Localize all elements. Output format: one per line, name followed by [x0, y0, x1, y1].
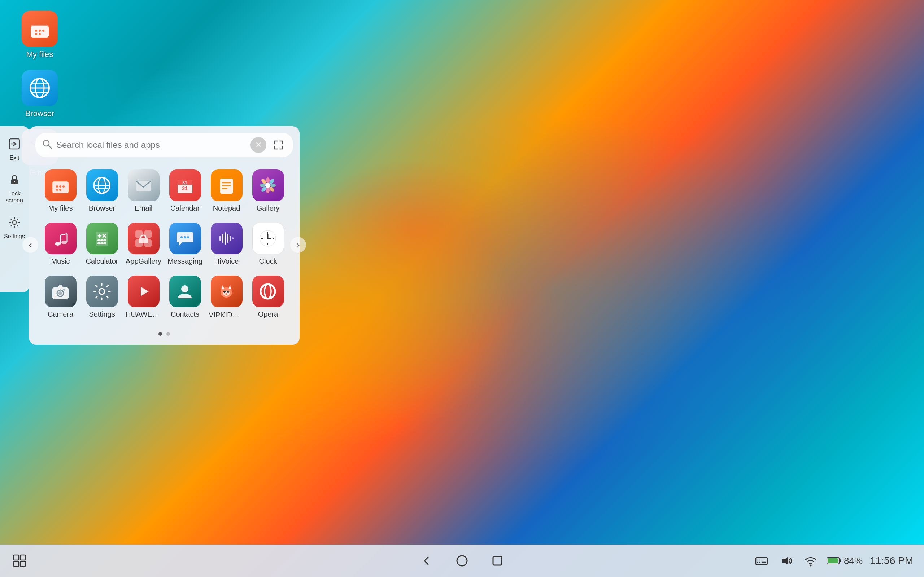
- home-icon: [456, 554, 468, 567]
- wifi-button[interactable]: [802, 552, 819, 569]
- svg-rect-126: [839, 559, 841, 562]
- svg-point-124: [810, 565, 812, 567]
- exit-icon: [8, 138, 21, 153]
- app-messaging[interactable]: Messaging: [164, 218, 206, 271]
- taskbar-center: [418, 552, 506, 569]
- svg-rect-76: [220, 236, 221, 241]
- app-notepad[interactable]: Notepad: [206, 164, 247, 218]
- search-expand-button[interactable]: [271, 137, 287, 153]
- svg-rect-79: [227, 234, 228, 243]
- appgallery-label: AppGallery: [126, 257, 162, 266]
- volume-button[interactable]: [777, 552, 795, 569]
- svg-point-107: [261, 284, 275, 298]
- lockscreen-label: Lock screen: [4, 190, 24, 204]
- svg-point-106: [225, 293, 228, 295]
- svg-point-108: [265, 284, 271, 298]
- browser-icon-svg: [28, 76, 52, 100]
- dot-2: [166, 332, 170, 336]
- app-calendar[interactable]: 31 31 Calendar: [164, 164, 206, 218]
- app-myfiles[interactable]: My files: [40, 164, 81, 218]
- clock-label: Clock: [250, 257, 286, 266]
- app-camera[interactable]: Camera: [40, 271, 81, 325]
- keyboard-button[interactable]: [753, 552, 770, 569]
- svg-point-26: [59, 189, 61, 191]
- app-settings[interactable]: Settings: [81, 271, 123, 325]
- app-music[interactable]: Music: [40, 218, 81, 271]
- svg-point-44: [266, 177, 270, 183]
- app-calculator[interactable]: Calculator: [81, 218, 123, 271]
- email-app-icon: [128, 169, 160, 201]
- svg-point-90: [267, 238, 268, 239]
- app-browser[interactable]: Browser: [81, 164, 123, 218]
- svg-point-93: [58, 292, 62, 295]
- svg-point-113: [457, 556, 467, 566]
- search-input[interactable]: [56, 140, 246, 150]
- app-row-3: Camera Settings: [40, 271, 289, 325]
- svg-point-95: [99, 288, 105, 294]
- svg-rect-81: [232, 237, 234, 239]
- browser-app-icon: [86, 169, 118, 201]
- app-huaweivi[interactable]: HUAWEI Vi...: [123, 271, 164, 325]
- app-contacts[interactable]: Contacts: [164, 271, 206, 325]
- nav-arrow-left[interactable]: ‹: [23, 237, 38, 253]
- sidebar-lockscreen[interactable]: Lock screen: [2, 169, 27, 208]
- messaging-label: Messaging: [167, 257, 203, 266]
- desktop-icon-browser[interactable]: Browser: [3, 66, 76, 122]
- browser-label: Browser: [84, 204, 120, 213]
- app-hivoice[interactable]: HiVoice: [206, 218, 247, 271]
- svg-point-97: [181, 285, 188, 292]
- exit-label: Exit: [10, 154, 19, 161]
- taskbar-clock: 11:56 PM: [870, 555, 913, 567]
- app-opera[interactable]: Opera: [247, 271, 289, 325]
- huaweivi-app-icon: [128, 276, 160, 307]
- svg-text:31: 31: [182, 180, 187, 185]
- svg-rect-64: [100, 239, 103, 241]
- taskbar: 84% 11:56 PM: [0, 545, 924, 577]
- gallery-app-icon: [252, 169, 284, 201]
- multitask-button[interactable]: [11, 552, 28, 569]
- svg-point-17: [14, 181, 15, 182]
- svg-point-94: [63, 288, 65, 291]
- opera-app-icon: [252, 276, 284, 307]
- opera-label: Opera: [250, 310, 286, 318]
- home-button[interactable]: [453, 552, 471, 569]
- desktop-icon-myfiles[interactable]: My files: [3, 7, 76, 63]
- back-icon: [420, 554, 433, 567]
- search-bar: ✕: [36, 133, 293, 157]
- app-grid-wrapper: ‹ › My files: [29, 161, 300, 329]
- recent-icon: [491, 554, 504, 567]
- vipkid-app-icon: [211, 276, 242, 307]
- back-button[interactable]: [418, 552, 435, 569]
- settings-sidebar-icon: [8, 216, 21, 231]
- app-email[interactable]: Email: [123, 164, 164, 218]
- search-clear-button[interactable]: ✕: [250, 137, 267, 153]
- svg-point-24: [63, 185, 65, 187]
- nav-arrow-right[interactable]: ›: [290, 237, 306, 253]
- recent-button[interactable]: [489, 552, 506, 569]
- svg-point-6: [39, 33, 41, 35]
- svg-point-5: [35, 33, 37, 35]
- sidebar-settings[interactable]: Settings: [2, 212, 27, 244]
- svg-line-20: [48, 145, 51, 148]
- camera-app-icon: [45, 276, 76, 307]
- app-vipkid[interactable]: VIPKID学习...: [206, 271, 247, 325]
- gallery-label: Gallery: [250, 204, 286, 213]
- svg-rect-110: [20, 555, 25, 560]
- svg-marker-123: [782, 557, 788, 565]
- battery-container: 84%: [827, 555, 863, 567]
- svg-rect-67: [100, 242, 103, 244]
- app-appgallery[interactable]: AppGallery: [123, 218, 164, 271]
- app-row-1: My files Browser: [40, 164, 289, 218]
- app-clock[interactable]: Clock: [247, 218, 289, 271]
- svg-point-18: [13, 221, 16, 224]
- app-grid: My files Browser: [32, 161, 296, 329]
- app-gallery[interactable]: Gallery: [247, 164, 289, 218]
- wifi-icon: [804, 554, 817, 567]
- svg-text:31: 31: [182, 185, 188, 191]
- svg-point-45: [266, 187, 270, 193]
- sidebar-exit[interactable]: Exit: [2, 134, 27, 166]
- keyboard-icon: [755, 554, 769, 567]
- svg-line-57: [61, 234, 67, 235]
- settings-sidebar-label: Settings: [4, 233, 25, 240]
- myfiles-label: My files: [43, 204, 78, 213]
